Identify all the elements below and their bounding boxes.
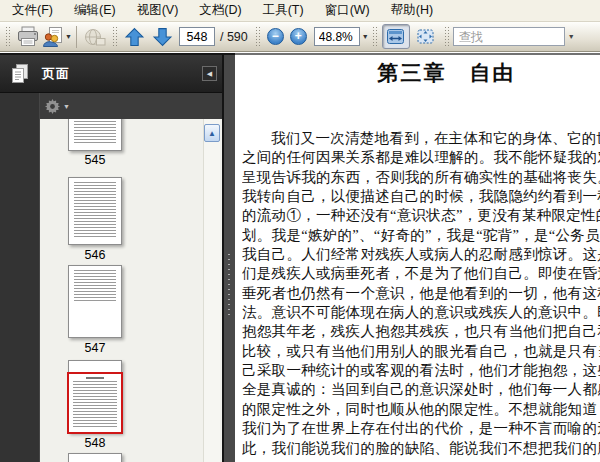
pages-tab-button[interactable] — [6, 59, 34, 89]
text-line: 的限定性之外，同时也顺从他的限定性。不想就能知道，限定性是 — [242, 400, 600, 419]
text-line: 抱怨其年老，残疾人抱怨其残疾，也只有当他们把自己和其他人作 — [242, 322, 600, 341]
menu-file[interactable]: 文件(F) — [4, 0, 61, 22]
thumbnail-scrollbar[interactable]: ▲ — [203, 119, 220, 462]
fit-page-button[interactable] — [412, 24, 440, 49]
toolbar-grip[interactable] — [5, 26, 11, 48]
thumbnail-label-545[interactable]: 545 — [60, 153, 130, 167]
globe-mail-icon — [84, 28, 106, 46]
chevron-down-icon: ▼ — [65, 33, 72, 40]
navigation-pane: 页面 ◀ ▼ — [0, 53, 222, 462]
fit-page-icon — [417, 29, 434, 44]
email-button-disabled — [81, 24, 109, 50]
zoom-level-input[interactable] — [314, 27, 360, 46]
collaborate-icon — [42, 27, 63, 47]
thumbnail-options-row: ▼ — [40, 93, 222, 119]
thumbnail-text — [74, 119, 116, 145]
thumbnail-page-548-current[interactable] — [68, 360, 122, 433]
text-line: 呈现告诉我的东西，否则我的所有确实性的基础将丧失。不过，当 — [242, 168, 600, 187]
toolbar-grip[interactable] — [112, 26, 118, 48]
thumbnail-label-546[interactable]: 546 — [60, 248, 130, 262]
fit-width-button[interactable] — [382, 24, 410, 49]
text-line: 们是残疾人或病垂死者，不是为了他们自己。即使在昏迷的时候， — [242, 264, 600, 283]
toolbar-grip[interactable] — [372, 26, 378, 48]
thumbnail-label-547[interactable]: 547 — [60, 341, 130, 355]
thumbnail-page-545[interactable] — [68, 119, 122, 151]
arrow-up-icon — [124, 27, 145, 47]
text-line: 之间的任何因果关系都是难以理解的。我不能怀疑我的对自己的 — [242, 148, 600, 167]
collapse-panel-button[interactable]: ◀ — [202, 66, 217, 81]
pane-splitter[interactable] — [222, 53, 235, 462]
collapse-icon: ◀ — [207, 70, 212, 78]
thumbnail-text — [74, 270, 116, 302]
thumbnail-page-549[interactable] — [68, 453, 122, 462]
print-button[interactable] — [14, 24, 42, 50]
fit-width-icon — [387, 29, 404, 44]
text-line: 己采取一种统计的或客观的看法时，他们才能抱怨，这些抱怨不完 — [242, 361, 600, 380]
text-line: 我转向自己，以便描述自己的时候，我隐隐约约看到一种来源不明 — [242, 187, 600, 206]
scroll-up-icon: ▲ — [208, 129, 216, 138]
text-line: 划。我是“嫉妒的”、“好奇的”，我是“驼背”，是“公务员”，不是为了 — [242, 226, 600, 245]
menu-edit[interactable]: 编辑(E) — [66, 0, 124, 22]
panel-title: 页面 — [42, 65, 70, 83]
document-page[interactable]: 第三章 自由 我们又一次清楚地看到，在主体和它的身体、它的世界或社会 之间的任何… — [235, 53, 600, 462]
pdf-reader-window: 文件(F) 编辑(E) 视图(V) 文档(D) 工具(T) 窗口(W) 帮助(H… — [0, 0, 600, 462]
text-line: 法。意识不可能体现在病人的意识或残疾人的意识中。即使老人 — [242, 303, 600, 322]
toolbar-separator — [76, 26, 77, 48]
menu-help[interactable]: 帮助(H) — [383, 0, 441, 22]
menu-document[interactable]: 文档(D) — [191, 0, 249, 22]
previous-page-button[interactable] — [121, 24, 149, 50]
menu-window[interactable]: 窗口(W) — [317, 0, 378, 22]
toolbar-grip[interactable] — [444, 26, 450, 48]
chevron-down-icon[interactable]: ▼ — [568, 33, 575, 40]
next-page-button[interactable] — [149, 24, 177, 50]
zoom-level-control: ▼ — [314, 27, 369, 46]
collaborate-button[interactable]: ▼ — [42, 24, 72, 50]
thumbnail-title-line — [86, 377, 104, 379]
zoom-in-button[interactable]: + — [290, 28, 307, 45]
page-count-label: / 590 — [220, 30, 248, 44]
text-line: 的流动①，一种还没有“意识状态”，更没有某种限定性的整体计 — [242, 206, 600, 225]
thumbnail-label-548[interactable]: 548 — [60, 436, 130, 450]
text-line: 我们又一次清楚地看到，在主体和它的身体、它的世界或社会 — [242, 129, 600, 148]
pages-panel: ▼ 545 546 — [40, 93, 222, 462]
text-line: 此，我们能说我们的脸的缺陷、能说我们不想把我们的脸换成另一 — [242, 439, 600, 458]
splitter-handle-icon[interactable] — [227, 252, 232, 318]
pages-icon — [10, 63, 30, 85]
text-line: 全是真诚的：当回到自己的意识深处时，他们每一人都感到处在他 — [242, 380, 600, 399]
thumbnail-page-546[interactable] — [68, 177, 122, 245]
chevron-down-icon: ▼ — [63, 103, 70, 110]
page-text: 我们又一次清楚地看到，在主体和它的身体、它的世界或社会 之间的任何因果关系都是难… — [242, 129, 600, 458]
page-number-input[interactable] — [179, 27, 215, 46]
arrow-down-icon — [152, 27, 173, 47]
plus-icon: + — [295, 30, 302, 42]
chapter-title: 第三章 自由 — [235, 59, 600, 87]
chevron-down-icon[interactable]: ▼ — [362, 33, 369, 40]
nav-body: ▼ 545 546 — [0, 93, 222, 462]
text-line: 垂死者也仍然有一个意识，他是他看到的一切，他有这种逃避的方 — [242, 284, 600, 303]
menu-view[interactable]: 视图(V) — [129, 0, 187, 22]
content-area: 页面 ◀ ▼ — [0, 53, 600, 462]
text-line: 我们为了在世界上存在付出的代价，是一种不言而喻的形式。因 — [242, 419, 600, 438]
text-line: 比较，或只有当他们用别人的眼光看自己，也就是只有当他们对自 — [242, 342, 600, 361]
thumbnail-page-547[interactable] — [68, 265, 122, 338]
text-line: 我自己。人们经常对残疾人或病人的忍耐感到惊讶。这是因为他 — [242, 245, 600, 264]
thumbnail-text — [74, 182, 116, 239]
options-button[interactable]: ▼ — [45, 99, 70, 114]
thumbnail-text — [73, 381, 117, 427]
minus-icon: − — [272, 30, 279, 42]
zoom-out-button[interactable]: − — [267, 28, 284, 45]
find-input[interactable] — [453, 27, 565, 46]
thumbnail-list: 545 546 547 — [40, 119, 222, 462]
menu-tools[interactable]: 工具(T) — [255, 0, 312, 22]
scroll-up-button[interactable]: ▲ — [204, 124, 220, 142]
toolbar: ▼ / 590 − + — [0, 22, 600, 52]
gear-icon — [45, 99, 60, 114]
current-view-indicator[interactable] — [67, 372, 123, 434]
pages-panel-header: 页面 ◀ — [0, 55, 222, 93]
toolbar-grip[interactable] — [255, 26, 261, 48]
nav-rail — [0, 93, 40, 462]
printer-icon — [16, 26, 40, 47]
menu-bar: 文件(F) 编辑(E) 视图(V) 文档(D) 工具(T) 窗口(W) 帮助(H… — [0, 0, 600, 22]
